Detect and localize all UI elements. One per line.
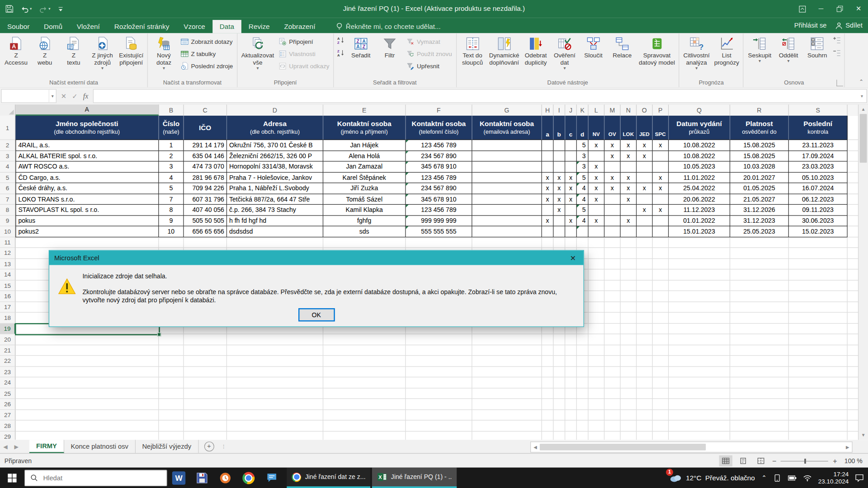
cell-J11[interactable] (565, 237, 577, 248)
cell-S15[interactable] (789, 280, 848, 291)
cell-J22[interactable] (565, 356, 577, 366)
cell-C20[interactable] (184, 334, 227, 345)
cell-partial-16[interactable] (848, 291, 859, 302)
cell-S8[interactable]: 09.11.2023 (789, 205, 848, 216)
cell-R6[interactable]: 01.05.2025 (730, 183, 789, 194)
ribbon-tab-vložení[interactable]: Vložení (70, 20, 107, 33)
cell-M5[interactable]: x (604, 172, 621, 183)
cell-O23[interactable] (637, 366, 653, 377)
cell-L7[interactable]: x (589, 194, 605, 205)
row-header-5[interactable]: 5 (0, 172, 15, 183)
cell-S18[interactable] (789, 313, 848, 324)
cell-S1[interactable]: Posledníkontrola (789, 116, 848, 140)
cell-G21[interactable] (472, 345, 542, 356)
cell-O19[interactable] (637, 324, 653, 334)
cell-D3[interactable]: Železniční 2662/15, 326 00 P (227, 151, 323, 162)
cell-Q1[interactable]: Datum vydáníprůkazů (669, 116, 730, 140)
row-header-17[interactable]: 17 (0, 302, 15, 313)
cell-P1[interactable]: SPC (653, 116, 669, 140)
cell-D2[interactable]: Okružní 756, 370 01 České B (227, 140, 323, 151)
ribbon-button-sortza[interactable]: ZA (336, 49, 345, 60)
cell-H7[interactable]: x (542, 194, 554, 205)
cell-P16[interactable] (653, 291, 669, 302)
cell-C26[interactable] (184, 399, 227, 410)
cell-Q26[interactable] (669, 399, 730, 410)
cell-P28[interactable] (653, 421, 669, 432)
dialog-title-bar[interactable]: Microsoft Excel ✕ (49, 251, 584, 265)
share-button[interactable]: Sdílet (835, 22, 863, 29)
row-header-19[interactable]: 19 (0, 324, 15, 334)
start-button[interactable] (0, 468, 24, 488)
cell-F28[interactable] (406, 421, 472, 432)
cell-E7[interactable]: Tomáš Sázel (323, 194, 406, 205)
cell-B24[interactable] (159, 377, 184, 388)
cell-E20[interactable] (323, 334, 406, 345)
cell-Q12[interactable] (669, 248, 730, 259)
cell-R27[interactable] (730, 410, 789, 421)
cell-G10[interactable] (472, 226, 542, 237)
cell-D4[interactable]: Hornopolní 3314/38, Moravsk (227, 162, 323, 173)
cell-P4[interactable] (653, 162, 669, 173)
cell-L20[interactable] (589, 334, 605, 345)
cell-J26[interactable] (565, 399, 577, 410)
cell-F6[interactable]: 234 567 890 (406, 183, 472, 194)
cell-K8[interactable]: 5 (577, 205, 589, 216)
cell-L29[interactable] (589, 431, 605, 440)
taskbar-search[interactable] (24, 469, 167, 486)
cell-J27[interactable] (565, 410, 577, 421)
cell-L8[interactable] (589, 205, 605, 216)
cell-D1[interactable]: Adresa(dle obch. rejstříku) (227, 116, 323, 140)
col-header-S[interactable]: S (789, 104, 848, 115)
ribbon-button-textfile[interactable]: Z textu (59, 34, 88, 66)
cell-F2[interactable]: 123 456 789 (406, 140, 472, 151)
ribbon-button-sortaz[interactable]: AZ (336, 36, 345, 47)
cell-O20[interactable] (637, 334, 653, 345)
cell-M21[interactable] (604, 345, 621, 356)
cell-S12[interactable] (789, 248, 848, 259)
cell-I11[interactable] (553, 237, 565, 248)
cell-D7[interactable]: Tetčická 887/2a, 664 47 Stře (227, 194, 323, 205)
cell-B21[interactable] (159, 345, 184, 356)
cell-Q17[interactable] (669, 302, 730, 313)
cell-O18[interactable] (637, 313, 653, 324)
cell-A29[interactable] (15, 431, 159, 440)
cell-R4[interactable]: 10.03.2028 (730, 162, 789, 173)
cell-R8[interactable]: 31.12.2026 (730, 205, 789, 216)
cell-Q18[interactable] (669, 313, 730, 324)
cell-R12[interactable] (730, 248, 789, 259)
cell-P3[interactable] (653, 151, 669, 162)
cell-K20[interactable] (577, 334, 589, 345)
cell-S20[interactable] (789, 334, 848, 345)
customize-qat-button[interactable] (57, 5, 63, 12)
cell-Q5[interactable]: 11.01.2022 (669, 172, 730, 183)
cell-J5[interactable]: x (565, 172, 577, 183)
cell-M22[interactable] (604, 356, 621, 366)
horizontal-scroll-thumb[interactable] (540, 444, 706, 450)
cell-N14[interactable] (621, 269, 637, 280)
cell-F25[interactable] (406, 388, 472, 399)
cell-R18[interactable] (730, 313, 789, 324)
row-header-3[interactable]: 3 (0, 151, 15, 162)
cell-F27[interactable] (406, 410, 472, 421)
cell-Q23[interactable] (669, 366, 730, 377)
cell-P21[interactable] (653, 345, 669, 356)
cell-H9[interactable]: x (542, 216, 554, 226)
cell-S16[interactable] (789, 291, 848, 302)
cell-G8[interactable] (472, 205, 542, 216)
cell-B2[interactable]: 1 (159, 140, 184, 151)
cell-H24[interactable] (542, 377, 554, 388)
cell-G7[interactable] (472, 194, 542, 205)
cell-F5[interactable]: 123 456 789 (406, 172, 472, 183)
tab-splitter-handle[interactable]: ⁞ (223, 443, 225, 449)
cell-O15[interactable] (637, 280, 653, 291)
cell-L6[interactable]: x (589, 183, 605, 194)
cell-O12[interactable] (637, 248, 653, 259)
weather-widget[interactable]: 1 12°C Převáž. oblačno (669, 471, 755, 484)
cell-D24[interactable] (227, 377, 323, 388)
cell-A3[interactable]: ALKAL BATERIE spol. s r.o. (15, 151, 159, 162)
ribbon-tab-data[interactable]: Data (212, 20, 241, 33)
cell-Q21[interactable] (669, 345, 730, 356)
cell-L13[interactable] (589, 258, 605, 269)
cell-P5[interactable]: x (653, 172, 669, 183)
cell-A6[interactable]: České dráhy, a.s. (15, 183, 159, 194)
